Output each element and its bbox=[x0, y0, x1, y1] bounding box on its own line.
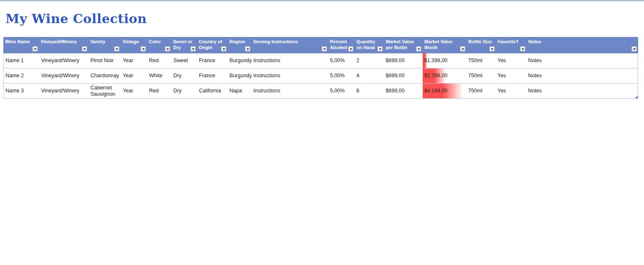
cell-color[interactable]: Red bbox=[148, 84, 172, 98]
cell-market-value-per-bottle[interactable]: $699,00 bbox=[384, 68, 423, 83]
filter-dropdown-icon bbox=[142, 48, 145, 50]
cell-notes[interactable]: Notes bbox=[526, 53, 638, 68]
cell-percent-alcohol[interactable]: 5,00% bbox=[328, 68, 355, 83]
filter-dropdown-icon bbox=[522, 48, 524, 50]
cell-vineyard-winery[interactable]: Vineyard/Winery bbox=[39, 68, 89, 83]
table-resize-handle[interactable] bbox=[635, 96, 638, 98]
cell-sweet-or-dry[interactable]: Dry bbox=[171, 84, 197, 98]
cell-variety[interactable]: Cabernet Sauvignon bbox=[89, 84, 121, 98]
cell-region[interactable]: Napa bbox=[228, 84, 252, 98]
filter-dropdown-icon bbox=[166, 48, 169, 50]
cell-market-value-per-bottle[interactable]: $699,00 bbox=[384, 84, 423, 98]
cell-serving-instructions[interactable]: Instructions bbox=[252, 53, 328, 68]
column-header-label: Region bbox=[229, 39, 251, 45]
cell-country-of-origin[interactable]: California bbox=[197, 84, 228, 98]
filter-button-sweet-or-dry[interactable] bbox=[190, 46, 196, 52]
filter-button-vineyard-winery[interactable] bbox=[82, 46, 87, 52]
filter-button-serving-instructions[interactable] bbox=[322, 46, 327, 52]
cell-vintage[interactable]: Year bbox=[121, 53, 148, 68]
filter-button-wine-name[interactable] bbox=[32, 46, 38, 52]
filter-dropdown-icon bbox=[116, 48, 118, 50]
cell-variety[interactable]: Chardonnay bbox=[89, 68, 121, 83]
wine-collection-table: Wine NameVineyard/WineryVarietyVintageCo… bbox=[3, 37, 638, 99]
filter-button-percent-alcohol[interactable] bbox=[348, 46, 353, 52]
cell-sweet-or-dry[interactable]: Dry bbox=[171, 68, 197, 83]
cell-market-value-worth[interactable]: $2.796,00 bbox=[423, 68, 467, 83]
cell-notes[interactable]: Notes bbox=[526, 84, 638, 98]
column-header-country-of-origin: Country of Origin bbox=[197, 37, 228, 53]
cell-serving-instructions[interactable]: Instructions bbox=[252, 84, 328, 98]
cell-vintage[interactable]: Year bbox=[121, 84, 148, 98]
column-header-label: Vineyard/Winery bbox=[41, 39, 88, 45]
cell-value: 2 bbox=[356, 58, 359, 64]
cell-value: $4.194,00 bbox=[424, 88, 448, 94]
cell-value: 750ml bbox=[468, 58, 483, 64]
filter-button-bottle-size[interactable] bbox=[489, 46, 495, 52]
cell-value: Pinot Noir bbox=[91, 58, 114, 64]
cell-region[interactable]: Burgundy bbox=[228, 68, 252, 83]
cell-region[interactable]: Burgundy bbox=[228, 53, 252, 68]
cell-quantity-on-hand[interactable]: 4 bbox=[355, 68, 384, 83]
cell-quantity-on-hand[interactable]: 6 bbox=[355, 84, 384, 98]
cell-percent-alcohol[interactable]: 5,00% bbox=[328, 84, 355, 98]
cell-value: 4 bbox=[356, 73, 359, 79]
cell-favorite[interactable]: Yes bbox=[496, 53, 526, 68]
cell-market-value-per-bottle[interactable]: $699,00 bbox=[384, 53, 423, 68]
filter-button-market-value-worth[interactable] bbox=[460, 46, 465, 52]
cell-value: Year bbox=[123, 58, 133, 64]
cell-wine-name[interactable]: Name 3 bbox=[4, 84, 39, 98]
filter-button-country-of-origin[interactable] bbox=[221, 46, 226, 52]
filter-button-notes[interactable] bbox=[631, 46, 637, 52]
cell-country-of-origin[interactable]: France bbox=[197, 53, 228, 68]
cell-vintage[interactable]: Year bbox=[121, 68, 148, 83]
cell-value: France bbox=[199, 73, 215, 79]
cell-value: Dry bbox=[173, 73, 181, 79]
cell-value: 5,00% bbox=[330, 58, 345, 64]
filter-button-variety[interactable] bbox=[114, 46, 119, 52]
cell-value: 5,00% bbox=[330, 88, 345, 94]
filter-button-color[interactable] bbox=[165, 46, 170, 52]
cell-color[interactable]: Red bbox=[148, 53, 172, 68]
filter-button-quantity-on-hand[interactable] bbox=[377, 46, 383, 52]
cell-country-of-origin[interactable]: France bbox=[197, 68, 228, 83]
cell-sweet-or-dry[interactable]: Sweet bbox=[171, 53, 197, 68]
cell-notes[interactable]: Notes bbox=[526, 68, 638, 83]
cell-favorite[interactable]: Yes bbox=[496, 84, 526, 98]
cell-market-value-worth[interactable]: $4.194,00 bbox=[423, 84, 467, 98]
column-header-vineyard-winery: Vineyard/Winery bbox=[39, 37, 88, 53]
cell-value: Instructions bbox=[253, 88, 280, 94]
cell-favorite[interactable]: Yes bbox=[496, 68, 526, 83]
cell-wine-name[interactable]: Name 1 bbox=[4, 53, 39, 68]
cell-bottle-size[interactable]: 750ml bbox=[467, 68, 496, 83]
filter-button-favorite[interactable] bbox=[520, 46, 525, 52]
column-header-percent-alcohol: Percent Alcohol bbox=[328, 37, 355, 53]
cell-value: Cabernet Sauvignon bbox=[91, 85, 120, 97]
cell-quantity-on-hand[interactable]: 2 bbox=[355, 53, 384, 68]
cell-value: Name 3 bbox=[5, 88, 24, 94]
column-header-market-value-worth: Market Value Worth bbox=[423, 37, 467, 53]
cell-value: Dry bbox=[173, 88, 181, 94]
cell-color[interactable]: White bbox=[148, 68, 172, 83]
column-header-region: Region bbox=[228, 37, 252, 53]
cell-value: California bbox=[199, 88, 221, 94]
cell-vineyard-winery[interactable]: Vineyard/Winery bbox=[39, 53, 89, 68]
filter-button-vintage[interactable] bbox=[140, 46, 146, 52]
filter-button-market-value-per-bottle[interactable] bbox=[416, 46, 421, 52]
cell-variety[interactable]: Pinot Noir bbox=[89, 53, 121, 68]
cell-bottle-size[interactable]: 750ml bbox=[467, 84, 496, 98]
cell-value: Year bbox=[123, 88, 133, 94]
filter-dropdown-icon bbox=[223, 48, 225, 50]
column-header-label: Bottle Size bbox=[468, 39, 495, 45]
cell-value: White bbox=[149, 73, 163, 79]
cell-wine-name[interactable]: Name 2 bbox=[4, 68, 39, 83]
cell-vineyard-winery[interactable]: Vineyard/Winery bbox=[39, 84, 89, 98]
cell-market-value-worth[interactable]: $1.398,00 bbox=[423, 53, 467, 68]
table-row-3: Name 3Vineyard/WineryCabernet SauvignonY… bbox=[4, 84, 638, 99]
cell-serving-instructions[interactable]: Instructions bbox=[252, 68, 328, 83]
column-header-market-value-per-bottle: Market Value per Bottle bbox=[384, 37, 423, 53]
cell-value: 6 bbox=[356, 88, 359, 94]
page-title: My Wine Collection bbox=[5, 11, 147, 26]
filter-button-region[interactable] bbox=[245, 46, 250, 52]
cell-percent-alcohol[interactable]: 5,00% bbox=[328, 53, 355, 68]
cell-bottle-size[interactable]: 750ml bbox=[467, 53, 496, 68]
